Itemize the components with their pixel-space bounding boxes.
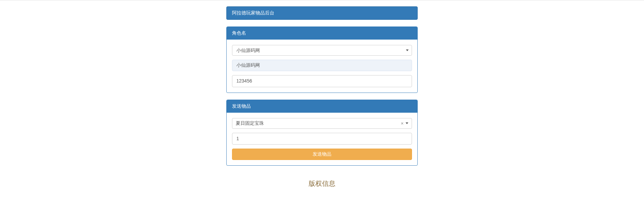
character-select[interactable]: 小仙源码网 bbox=[232, 45, 412, 56]
clear-icon[interactable]: × bbox=[401, 121, 404, 126]
footer: 版权信息 bbox=[226, 179, 418, 188]
quantity-input[interactable] bbox=[232, 133, 412, 145]
send-item-panel: 发送物品 夏日固定宝珠 × 发送物品 bbox=[226, 100, 418, 166]
send-item-panel-header: 发送物品 bbox=[227, 100, 417, 113]
item-selected-value: 夏日固定宝珠 bbox=[236, 120, 401, 126]
character-panel: 角色名 小仙源码网 小仙源码网 bbox=[226, 26, 418, 93]
character-panel-title: 角色名 bbox=[232, 30, 246, 36]
copyright-text: 版权信息 bbox=[309, 180, 335, 187]
send-button-label: 发送物品 bbox=[313, 151, 331, 157]
send-item-button[interactable]: 发送物品 bbox=[232, 149, 412, 160]
send-item-panel-title: 发送物品 bbox=[232, 103, 251, 109]
chevron-down-icon[interactable] bbox=[406, 122, 408, 124]
character-panel-header: 角色名 bbox=[227, 27, 417, 40]
character-name-display: 小仙源码网 bbox=[232, 60, 412, 71]
character-select-wrapper[interactable]: 小仙源码网 bbox=[232, 45, 412, 56]
character-id-input[interactable] bbox=[232, 75, 412, 87]
page-title: 阿拉德玩家物品后台 bbox=[232, 10, 274, 15]
page-title-banner: 阿拉德玩家物品后台 bbox=[226, 6, 418, 20]
character-name-value: 小仙源码网 bbox=[236, 62, 260, 68]
item-combobox[interactable]: 夏日固定宝珠 × bbox=[232, 118, 412, 129]
